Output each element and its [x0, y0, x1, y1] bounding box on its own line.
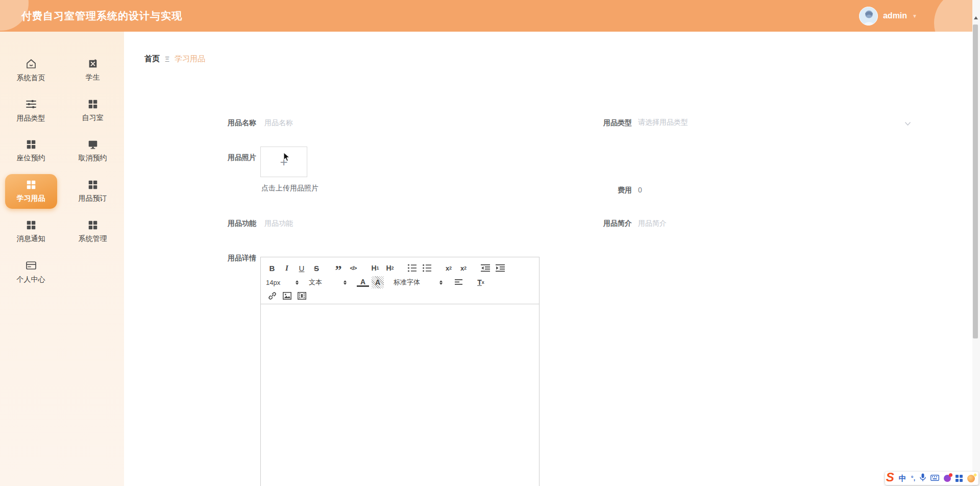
sidebar-item-study-rooms[interactable]: 自习室	[62, 90, 124, 131]
avatar[interactable]	[859, 7, 878, 26]
editor-toolbar: B I U S ” </> H1 H2 x2 x2	[261, 257, 539, 304]
photo-upload-box[interactable]: +	[260, 147, 307, 177]
sidebar-item-label: 学生	[86, 73, 100, 82]
sidebar-item-system-management[interactable]: 系统管理	[62, 211, 124, 252]
sidebar-item-label: 个人中心	[17, 275, 45, 284]
supply-type-placeholder: 请选择用品类型	[638, 118, 688, 127]
editor-content[interactable]	[261, 304, 539, 486]
supply-name-input[interactable]	[264, 113, 571, 132]
subscript-button[interactable]: x2	[443, 262, 455, 274]
sidebar-item-label: 用品预订	[79, 194, 107, 203]
grid-icon	[26, 220, 37, 231]
clipboard-icon	[87, 58, 99, 69]
mouse-cursor	[283, 152, 291, 164]
ime-language-toggle[interactable]: 中	[899, 474, 906, 483]
sidebar-item-label: 座位预约	[17, 154, 45, 163]
sidebar-item-supply-types[interactable]: 用品类型	[0, 90, 62, 131]
sidebar-item-supply-orders[interactable]: 用品预订	[62, 171, 124, 211]
ime-punctuation-toggle[interactable]: °,	[911, 475, 915, 482]
underline-button[interactable]: U	[296, 262, 308, 274]
sidebar-item-label: 系统管理	[79, 234, 107, 244]
sidebar-item-students[interactable]: 学生	[62, 50, 124, 90]
app-window: 付费自习室管理系统的设计与实现 admin ▼ 系统首页 学	[0, 0, 980, 486]
sidebar-item-cancel-reservation[interactable]: 取消预约	[62, 131, 124, 171]
updown-arrows-icon	[344, 280, 347, 285]
card-icon	[25, 259, 37, 272]
ime-emoji-icon[interactable]	[967, 475, 975, 482]
sidebar-item-label: 自习室	[82, 113, 104, 123]
font-family-select[interactable]: 标准字体	[394, 276, 443, 288]
virtual-keyboard-icon[interactable]	[930, 474, 939, 483]
bullet-list-button[interactable]	[421, 262, 433, 274]
ime-toolbar[interactable]: S 中 °,	[885, 472, 978, 485]
sidebar-item-label: 用品类型	[17, 114, 45, 123]
outdent-button[interactable]	[479, 262, 492, 274]
app-header: 付费自习室管理系统的设计与实现 admin ▼	[0, 0, 972, 32]
home-icon	[25, 58, 37, 70]
ordered-list-button[interactable]	[406, 262, 418, 274]
supply-detail-label: 用品详情	[190, 253, 256, 263]
sidebar-item-notifications[interactable]: 消息通知	[0, 211, 62, 252]
breadcrumb-separator-icon: Ξ	[165, 55, 169, 63]
username-label: admin	[883, 11, 907, 20]
scrollbar-thumb[interactable]	[973, 25, 978, 338]
sliders-icon	[25, 98, 37, 110]
supply-intro-input[interactable]	[638, 214, 916, 232]
text-style-select[interactable]: 文本	[309, 276, 347, 288]
header1-button[interactable]: H1	[369, 262, 381, 274]
rich-text-editor: B I U S ” </> H1 H2 x2 x2	[260, 257, 540, 486]
indent-button[interactable]	[494, 262, 506, 274]
grid-icon	[87, 220, 99, 231]
user-menu[interactable]: admin ▼	[859, 0, 917, 32]
photo-upload-hint: 点击上传用品照片	[261, 184, 318, 193]
header2-button[interactable]: H2	[384, 262, 396, 274]
monitor-icon	[87, 139, 99, 150]
sidebar-item-home[interactable]: 系统首页	[0, 50, 62, 90]
sidebar-item-label: 取消预约	[79, 154, 107, 163]
sidebar-item-seat-reservation[interactable]: 座位预约	[0, 131, 62, 171]
superscript-button[interactable]: x2	[457, 262, 470, 274]
sogou-logo-icon[interactable]: S	[886, 472, 894, 483]
sidebar-item-study-supplies[interactable]: 学习用品	[0, 171, 62, 211]
sidebar-item-label: 系统首页	[17, 74, 45, 83]
caret-down-icon: ▼	[912, 13, 917, 19]
image-button[interactable]	[281, 289, 293, 302]
supply-intro-label: 用品简介	[566, 218, 632, 228]
supply-function-input[interactable]	[264, 214, 571, 232]
fee-label: 费用	[566, 185, 632, 195]
sidebar: 系统首页 学生 用品类型 自习室 座位预约 取消预约	[0, 32, 124, 486]
updown-arrows-icon	[296, 280, 299, 285]
highlight-color-button[interactable]: A	[372, 276, 384, 288]
app-title: 付费自习室管理系统的设计与实现	[21, 0, 182, 32]
breadcrumb: 首页 Ξ 学习用品	[144, 54, 205, 64]
header-corner-decoration	[934, 0, 972, 32]
ime-toolbox-icon[interactable]	[955, 475, 963, 482]
italic-button[interactable]: I	[281, 262, 293, 274]
sidebar-item-label: 学习用品	[17, 194, 45, 203]
link-button[interactable]	[266, 289, 278, 302]
chevron-down-icon	[904, 119, 911, 128]
vertical-scrollbar[interactable]	[972, 0, 980, 486]
supply-name-label: 用品名称	[190, 117, 256, 128]
sidebar-item-profile[interactable]: 个人中心	[0, 252, 62, 292]
bold-button[interactable]: B	[266, 262, 278, 274]
supply-function-label: 用品功能	[190, 218, 256, 228]
microphone-icon[interactable]	[920, 473, 926, 483]
scrollbar-up-arrow-icon[interactable]	[974, 16, 978, 19]
clear-format-button[interactable]: Tx	[475, 276, 487, 288]
ime-skin-icon[interactable]	[944, 475, 951, 482]
supply-type-select[interactable]: 请选择用品类型	[638, 113, 916, 132]
supply-type-label: 用品类型	[566, 117, 632, 128]
video-button[interactable]	[296, 289, 308, 302]
code-block-button[interactable]: </>	[347, 262, 359, 274]
blockquote-button[interactable]: ”	[332, 262, 345, 274]
align-button[interactable]	[453, 276, 465, 288]
strikethrough-button[interactable]: S	[310, 262, 323, 274]
font-size-select[interactable]: 14px	[266, 276, 299, 288]
grid-icon	[26, 179, 37, 190]
supply-photo-label: 用品照片	[190, 152, 256, 162]
grid-icon	[87, 179, 99, 190]
breadcrumb-home-link[interactable]: 首页	[144, 54, 160, 64]
text-color-button[interactable]: A	[357, 278, 369, 287]
fee-value[interactable]: 0	[638, 185, 642, 195]
